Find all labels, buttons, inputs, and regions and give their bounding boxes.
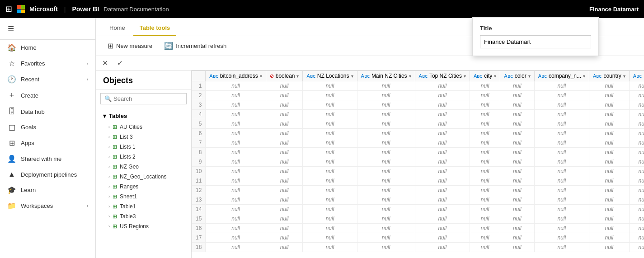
table-list-item[interactable]: ›⊞NZ Geo: [96, 162, 191, 172]
column-header-main-nz-cities[interactable]: AʙᴄMain NZ Cities▾: [357, 71, 415, 81]
cell-null: null: [500, 81, 534, 91]
app-grid-icon[interactable]: ⊞: [5, 4, 12, 14]
hamburger-menu[interactable]: ☰: [0, 21, 95, 37]
tab-tabletools[interactable]: Table tools: [133, 21, 177, 36]
close-formula-button[interactable]: ✕: [99, 58, 111, 68]
cell-null: null: [589, 157, 630, 167]
filter-icon[interactable]: ▾: [296, 74, 299, 79]
text-type-icon: Aʙᴄ: [633, 73, 642, 79]
search-box[interactable]: 🔍: [100, 93, 187, 104]
chevron-sm-icon: ›: [108, 174, 110, 179]
cell-null: null: [357, 205, 415, 214]
shared-icon: 👤: [7, 155, 16, 163]
cell-null: null: [470, 176, 500, 186]
chevron-sm-icon: ›: [108, 214, 110, 219]
table-grid-icon: ⊞: [113, 183, 117, 190]
tables-header[interactable]: ▾ Tables: [96, 110, 191, 122]
cell-null: null: [206, 129, 266, 138]
table-list-item[interactable]: ›⊞AU Cities: [96, 122, 191, 132]
sidebar-item-datahub[interactable]: 🗄 Data hub: [0, 104, 95, 119]
sidebar-item-recent[interactable]: 🕐 Recent ›: [0, 71, 95, 87]
confirm-formula-button[interactable]: ✓: [114, 58, 126, 68]
sidebar-item-home[interactable]: 🏠 Home: [0, 40, 95, 56]
sidebar-item-deployment[interactable]: ▲ Deployment pipelines: [0, 167, 95, 182]
row-number: 6: [192, 129, 206, 138]
table-row: 13nullnullnullnullnullnullnullnullnullnu…: [192, 195, 644, 205]
table-list-item[interactable]: ›⊞US Regions: [96, 221, 191, 231]
table-list-item[interactable]: ›⊞Sheet1: [96, 192, 191, 202]
cell-null: null: [415, 81, 470, 91]
col-name: Top NZ Cities: [429, 73, 462, 79]
new-measure-icon: ⊞: [108, 42, 113, 50]
chevron-sm-icon: ›: [108, 204, 110, 209]
table-grid-icon: ⊞: [113, 124, 117, 130]
filter-icon[interactable]: ▾: [494, 74, 496, 79]
sidebar-item-learn[interactable]: 🎓 Learn: [0, 182, 95, 198]
sidebar-item-apps[interactable]: ⊞ Apps: [0, 135, 95, 151]
cell-null: null: [534, 233, 589, 243]
cell-null: null: [500, 138, 534, 148]
cell-null: null: [415, 195, 470, 205]
sidebar-item-create[interactable]: + Create: [0, 87, 95, 104]
sidebar-item-shared[interactable]: 👤 Shared with me: [0, 151, 95, 167]
cell-null: null: [470, 195, 500, 205]
col-name: country: [603, 73, 621, 79]
cell-null: null: [589, 176, 630, 186]
bottom-area: Objects 🔍 ▾ Tables ›⊞AU Cities›⊞List 3›⊞…: [96, 70, 644, 258]
apps-icon: ⊞: [7, 139, 16, 147]
table-list-item[interactable]: ›⊞Table3: [96, 211, 191, 221]
new-measure-button[interactable]: ⊞ New measure: [103, 40, 157, 52]
column-header-country[interactable]: Aʙᴄcountry▾: [589, 71, 630, 81]
cell-null: null: [500, 224, 534, 233]
title-input[interactable]: [480, 35, 591, 48]
table-list-item[interactable]: ›⊞Table1: [96, 202, 191, 211]
chevron-right-icon: ›: [87, 61, 88, 66]
column-header-...[interactable]: Aʙᴄ...▾: [629, 71, 644, 81]
table-list-item[interactable]: ›⊞Lists 1: [96, 142, 191, 152]
column-header-city[interactable]: Aʙᴄcity▾: [470, 71, 500, 81]
column-header-bitcoin_address[interactable]: Aʙᴄbitcoin_address▾: [206, 71, 266, 81]
table-list-item[interactable]: ›⊞List 3: [96, 132, 191, 142]
filter-icon[interactable]: ▾: [528, 74, 531, 79]
col-name: city: [484, 73, 492, 79]
cell-null: null: [206, 205, 266, 214]
filter-icon[interactable]: ▾: [351, 74, 353, 79]
cell-null: null: [357, 214, 415, 224]
home-icon: 🏠: [7, 43, 16, 52]
cell-null: null: [500, 243, 534, 252]
table-area[interactable]: Aʙᴄbitcoin_address▾⊘boolean▾AʙᴄNZ Locati…: [192, 70, 644, 258]
column-header-boolean[interactable]: ⊘boolean▾: [266, 71, 303, 81]
cell-null: null: [534, 186, 589, 195]
sidebar-item-goals[interactable]: ◫ Goals: [0, 119, 95, 135]
company-name: Microsoft: [29, 5, 58, 13]
column-header-top-nz-cities[interactable]: AʙᴄTop NZ Cities▾: [415, 71, 470, 81]
cell-null: null: [303, 224, 357, 233]
filter-icon[interactable]: ▾: [583, 74, 585, 79]
sidebar-label-goals: Goals: [21, 124, 36, 131]
table-head: Aʙᴄbitcoin_address▾⊘boolean▾AʙᴄNZ Locati…: [192, 71, 644, 81]
table-list-item[interactable]: ›⊞Lists 2: [96, 152, 191, 162]
filter-icon[interactable]: ▾: [464, 74, 466, 79]
cell-null: null: [629, 91, 644, 100]
column-header-color[interactable]: Aʙᴄcolor▾: [500, 71, 534, 81]
cell-null: null: [357, 243, 415, 252]
table-item-label: Table3: [120, 213, 136, 220]
incremental-refresh-icon: 🔄: [164, 42, 173, 50]
cell-null: null: [589, 243, 630, 252]
table-list-item[interactable]: ›⊞Ranges: [96, 182, 191, 192]
table-row: 16nullnullnullnullnullnullnullnullnullnu…: [192, 224, 644, 233]
tab-home[interactable]: Home: [103, 21, 132, 36]
column-header-company_n...[interactable]: Aʙᴄcompany_n...▾: [534, 71, 589, 81]
incremental-refresh-button[interactable]: 🔄 Incremental refresh: [160, 40, 231, 52]
sidebar-item-favorites[interactable]: ☆ Favorites ›: [0, 56, 95, 71]
cell-null: null: [589, 91, 630, 100]
filter-icon[interactable]: ▾: [409, 74, 411, 79]
table-grid-icon: ⊞: [113, 144, 117, 150]
column-header-nz-locations[interactable]: AʙᴄNZ Locations▾: [303, 71, 357, 81]
filter-icon[interactable]: ▾: [623, 74, 625, 79]
search-input[interactable]: [113, 95, 189, 102]
cell-null: null: [266, 167, 303, 176]
filter-icon[interactable]: ▾: [260, 74, 262, 79]
sidebar-item-workspaces[interactable]: 📁 Workspaces ›: [0, 198, 95, 214]
table-list-item[interactable]: ›⊞NZ_Geo_Locations: [96, 172, 191, 182]
